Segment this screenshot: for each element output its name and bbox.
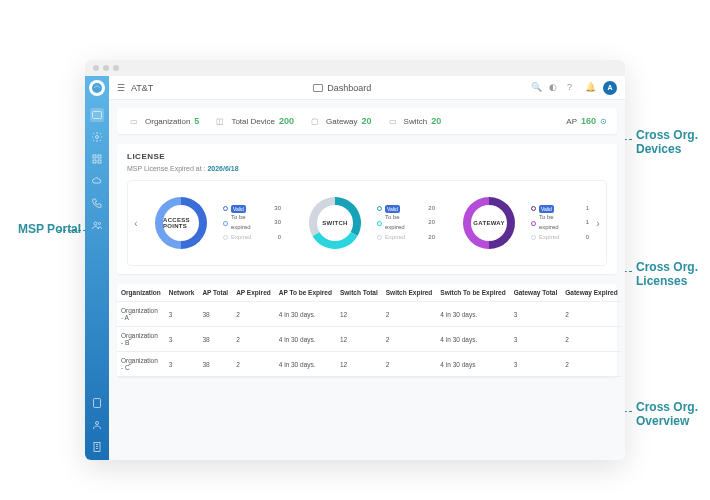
overview-table: OrganizationNetworkAP TotalAP ExpiredAP …: [117, 284, 617, 377]
svg-point-7: [94, 222, 97, 225]
table-header: Switch Expired: [382, 284, 437, 302]
table-header: Switch Total: [336, 284, 382, 302]
svg-rect-6: [98, 160, 101, 163]
main-area: ☰ AT&T Dashboard 🔍 ◐ ? 🔔 A ▭Organization…: [109, 76, 625, 460]
svg-point-2: [96, 136, 99, 139]
donut-chart: GATEWAY: [453, 187, 525, 259]
sidebar-item-cloud[interactable]: [90, 174, 104, 188]
app-window: ☰ AT&T Dashboard 🔍 ◐ ? 🔔 A ▭Organization…: [85, 60, 625, 460]
stat-total-device: ◫Total Device 200: [213, 116, 294, 126]
donut-card: SWITCH Valid20 To be expired20 Expired20: [299, 187, 435, 259]
sidebar-item-dashboard[interactable]: [90, 108, 104, 122]
svg-rect-3: [93, 155, 96, 158]
sidebar-item-note[interactable]: [90, 396, 104, 410]
table-header: Gateway Total: [510, 284, 562, 302]
donut-card: GATEWAY Valid1 To be expired1 Expired0: [453, 187, 589, 259]
table-header: Organization: [117, 284, 165, 302]
donut-chart: SWITCH: [299, 187, 371, 259]
stat-gateway: ▢Gateway 20: [308, 116, 372, 126]
topbar: ☰ AT&T Dashboard 🔍 ◐ ? 🔔 A: [109, 76, 625, 100]
license-panel: LICENSE MSP License Expired at : 2026/6/…: [117, 144, 617, 274]
svg-point-10: [96, 422, 99, 425]
donut-chart: ACCESS POINTS: [145, 187, 217, 259]
sidebar-item-msp-portal[interactable]: [90, 218, 104, 232]
annotation-devices: Cross Org. Devices: [636, 128, 710, 157]
sidebar-item-phone[interactable]: [90, 196, 104, 210]
stat-bar: ▭Organization 5 ◫Total Device 200 ▢Gatew…: [117, 108, 617, 134]
avatar[interactable]: A: [603, 81, 617, 95]
page-title: Dashboard: [327, 83, 371, 93]
svg-rect-1: [93, 112, 102, 119]
dashboard-icon: [313, 84, 323, 92]
license-expiry: MSP License Expired at : 2026/6/18: [127, 165, 607, 172]
hamburger-icon[interactable]: ☰: [117, 83, 125, 93]
table-row[interactable]: Organization - A33824 in 30 days.1224 in…: [117, 302, 622, 327]
stat-ap: AP 160 ⊙: [566, 116, 607, 126]
help-icon[interactable]: ?: [567, 82, 579, 94]
annotation-licenses: Cross Org. Licenses: [636, 260, 710, 289]
sidebar-item-grid[interactable]: [90, 152, 104, 166]
svg-rect-5: [93, 160, 96, 163]
svg-rect-11: [94, 443, 100, 452]
table-header: AP To be Expired: [275, 284, 336, 302]
sidebar: [85, 76, 109, 460]
svg-rect-4: [98, 155, 101, 158]
table-header: Switch To be Expired: [436, 284, 509, 302]
bell-icon[interactable]: 🔔: [585, 82, 597, 94]
annotation-msp: MSP Portal: [18, 222, 81, 236]
sidebar-item-settings[interactable]: [90, 130, 104, 144]
carousel-next[interactable]: ›: [590, 218, 606, 229]
table-header: AP Expired: [232, 284, 275, 302]
table-header: Gateway Expired: [561, 284, 621, 302]
donut-card: ACCESS POINTS Valid30 To be expired30 Ex…: [145, 187, 281, 259]
stat-switch: ▭Switch 20: [386, 116, 442, 126]
carousel-prev[interactable]: ‹: [128, 218, 144, 229]
table-row[interactable]: Organization - C33824 in 30 days.1224 in…: [117, 352, 622, 377]
table-header: Network: [165, 284, 199, 302]
brand-logo: [89, 80, 105, 96]
sidebar-item-building[interactable]: [90, 440, 104, 454]
table-header: AP Total: [198, 284, 232, 302]
svg-point-8: [99, 223, 101, 225]
license-title: LICENSE: [127, 152, 607, 161]
svg-rect-9: [94, 399, 101, 408]
table-row[interactable]: Organization - B33824 in 30 days.1224 in…: [117, 327, 622, 352]
theme-icon[interactable]: ◐: [549, 82, 561, 94]
search-icon[interactable]: 🔍: [531, 82, 543, 94]
window-titlebar: [85, 60, 625, 76]
annotation-overview: Cross Org. Overview: [636, 400, 710, 429]
stat-organization: ▭Organization 5: [127, 116, 199, 126]
sidebar-item-user[interactable]: [90, 418, 104, 432]
svg-point-0: [92, 83, 102, 93]
tenant-name: AT&T: [131, 83, 153, 93]
